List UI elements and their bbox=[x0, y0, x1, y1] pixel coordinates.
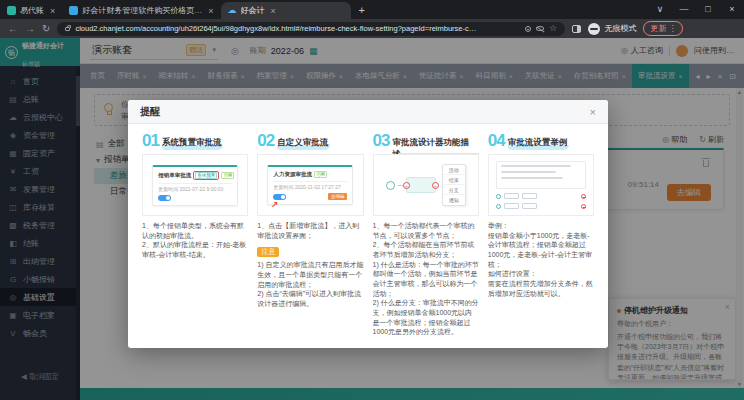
screen: 易代账 × 好会计财务管理软件购买价格页… × ☁ 好会计 × + ∨ — □ … bbox=[0, 0, 744, 400]
browser-toolbar: ← → ↻ cloud2.chanjet.com/accounting/uh26… bbox=[0, 19, 744, 38]
browser-tab-label: 好会计 bbox=[241, 5, 265, 16]
section-number: 04 bbox=[488, 132, 505, 149]
preset-tag: 系统预置 bbox=[195, 172, 217, 179]
illustration-designer: + + 活动 结束 分支 通知 bbox=[373, 154, 479, 216]
add-after-handle: + bbox=[432, 182, 439, 189]
page-content: 畅 畅捷通好会计 标准版 ⌂首页 ▤总账 ☁云报税中心 ◈资金管理 ▦固定资产 … bbox=[0, 38, 744, 400]
url-text[interactable]: cloud2.chanjet.com/accounting/uh26t264j5… bbox=[75, 24, 520, 33]
browser-tab-pricing[interactable]: 好会计财务管理软件购买价格页… × bbox=[62, 2, 220, 19]
menu-item-end: 结束 bbox=[443, 175, 465, 185]
browser-tabstrip: 易代账 × 好会计财务管理软件购买价格页… × ☁ 好会计 × + ∨ — □ … bbox=[0, 0, 744, 19]
remove-node-icon bbox=[581, 204, 586, 209]
tab-close-icon[interactable]: × bbox=[208, 6, 213, 16]
condition-form-thumbnail bbox=[496, 161, 586, 189]
illustration-example bbox=[488, 154, 594, 216]
browser-update-button[interactable]: 更新 ⋮ bbox=[643, 21, 683, 36]
browser-tab-haokuaiji[interactable]: ☁ 好会计 × bbox=[221, 2, 351, 19]
illustration-custom: 人力资源审批流 启用 更新时间 2020-11-02 17:27:27 去编辑 … bbox=[257, 154, 363, 216]
mini-flow-card: 报销单审批流 系统预置 启用 更新时间 2021-07-22 9:00:00 bbox=[152, 165, 238, 206]
mini-card-title: 人力资源审批流 bbox=[273, 171, 312, 178]
zoom-out-icon[interactable] bbox=[525, 26, 531, 32]
update-label: 更新 bbox=[650, 23, 666, 34]
modal-header: 提醒 × bbox=[128, 100, 608, 124]
section-number: 02 bbox=[257, 132, 274, 149]
browser-tab-label: 易代账 bbox=[20, 5, 44, 16]
modal-body: 01 系统预置审批流 报销单审批流 系统预置 启用 更新时间 2021-07-2… bbox=[128, 124, 608, 345]
eye-off-icon[interactable] bbox=[536, 26, 544, 31]
reminder-modal: 提醒 × 01 系统预置审批流 报销单审批流 系统预置 bbox=[128, 100, 608, 348]
red-arrow-annotation: ↗ bbox=[270, 200, 278, 210]
new-tab-button[interactable]: + bbox=[359, 4, 365, 16]
enable-toggle bbox=[273, 194, 286, 200]
window-controls: ∨ — □ × bbox=[648, 0, 744, 18]
browser-tab-label: 好会计财务管理软件购买价格页… bbox=[82, 5, 202, 16]
section-title: 自定义审批流 bbox=[277, 137, 330, 150]
menu-item-branch: 分支 bbox=[443, 185, 465, 195]
mini-edit-button: 去编辑 bbox=[328, 193, 348, 200]
tab-search-icon[interactable]: ∨ bbox=[648, 0, 672, 18]
split-screen-icon[interactable] bbox=[572, 25, 581, 33]
section-designer-features: 03 审批流设计器功能描述 + + 活动 bbox=[373, 132, 479, 337]
section-title: 系统预置审批流 bbox=[162, 137, 224, 150]
mini-card-time: 更新时间 2020-11-02 17:27:27 bbox=[273, 184, 347, 190]
incognito-label: 无痕模式 bbox=[604, 23, 636, 34]
lock-icon bbox=[65, 27, 70, 31]
section-notes: 1) 自定义的审批流只有启用后才能生效，且一个单据类型只能有一个启用的审批流程；… bbox=[257, 260, 363, 308]
add-before-handle: + bbox=[403, 182, 410, 189]
maximize-button[interactable]: □ bbox=[696, 0, 720, 18]
section-preset-flow: 01 系统预置审批流 报销单审批流 系统预置 启用 更新时间 2021-07-2… bbox=[142, 132, 248, 337]
section-number: 03 bbox=[373, 132, 390, 149]
back-icon[interactable]: ← bbox=[8, 24, 18, 34]
menu-item-activity: 活动 bbox=[443, 165, 465, 175]
activity-node: + + bbox=[406, 177, 436, 193]
pricing-favicon bbox=[69, 6, 78, 15]
browser-tab-yidaizhang[interactable]: 易代账 × bbox=[0, 2, 62, 19]
tab-close-icon[interactable]: × bbox=[50, 6, 55, 16]
enabled-tag: 启用 bbox=[221, 172, 234, 179]
cloud-favicon: ☁ bbox=[228, 6, 237, 15]
enabled-tag: 启用 bbox=[314, 171, 327, 178]
section-example: 04 审批流设置举例 bbox=[488, 132, 594, 337]
reload-icon[interactable]: ↻ bbox=[42, 24, 50, 34]
branch-flow-thumbnail bbox=[496, 193, 586, 209]
menu-item-notify: 通知 bbox=[443, 195, 465, 205]
section-custom-flow: 02 自定义审批流 人力资源审批流 启用 更新时间 2020-11-02 17:… bbox=[257, 132, 363, 337]
forward-icon[interactable]: → bbox=[25, 24, 35, 34]
mini-card-title: 报销单审批流 bbox=[158, 172, 191, 179]
close-window-button[interactable]: × bbox=[720, 0, 744, 18]
modal-title: 提醒 bbox=[140, 105, 160, 119]
yidaizhang-favicon bbox=[7, 6, 16, 15]
notice-badge: 注意 bbox=[257, 247, 279, 257]
section-note-intro: 1、点击【新增审批流】，进入到审批流设置界面； bbox=[257, 221, 363, 240]
section-notes: 举例： 报销单金额小于1000元，走老板-会计审核流程；报销单金额超过1000元… bbox=[488, 221, 594, 298]
incognito-badge: 无痕模式 bbox=[588, 23, 636, 35]
section-notes: 1、每一个活动都代表一个审核的节点，可以设置多个节点； 2、每个活动都能在当前环… bbox=[373, 221, 479, 337]
section-title: 审批流设置举例 bbox=[508, 137, 570, 150]
remove-node-icon bbox=[581, 194, 586, 199]
illustration-preset: 报销单审批流 系统预置 启用 更新时间 2021-07-22 9:00:00 bbox=[142, 154, 248, 216]
node-context-menu: 活动 结束 分支 通知 bbox=[442, 164, 466, 206]
tab-close-icon[interactable]: × bbox=[271, 6, 276, 16]
address-bar[interactable]: cloud2.chanjet.com/accounting/uh26t264j5… bbox=[57, 22, 565, 36]
mini-flow-card: 人力资源审批流 启用 更新时间 2020-11-02 17:27:27 去编辑 … bbox=[267, 165, 353, 205]
menu-dots-icon[interactable]: ⋮ bbox=[668, 24, 676, 33]
enable-toggle bbox=[158, 195, 171, 201]
incognito-icon bbox=[588, 23, 600, 35]
red-highlight-ring: 系统预置 bbox=[193, 171, 219, 180]
modal-close-icon[interactable]: × bbox=[590, 106, 596, 118]
section-number: 01 bbox=[142, 132, 159, 149]
mini-card-time: 更新时间 2021-07-22 9:00:00 bbox=[158, 186, 232, 192]
bookmark-star-icon[interactable]: ☆ bbox=[549, 24, 557, 33]
minimize-button[interactable]: — bbox=[672, 0, 696, 18]
section-notes: 1、每个报销单类型，系统会有默认的初始审批流。 2、默认的审批流程是：开始-老板… bbox=[142, 221, 248, 260]
start-node bbox=[386, 181, 395, 190]
